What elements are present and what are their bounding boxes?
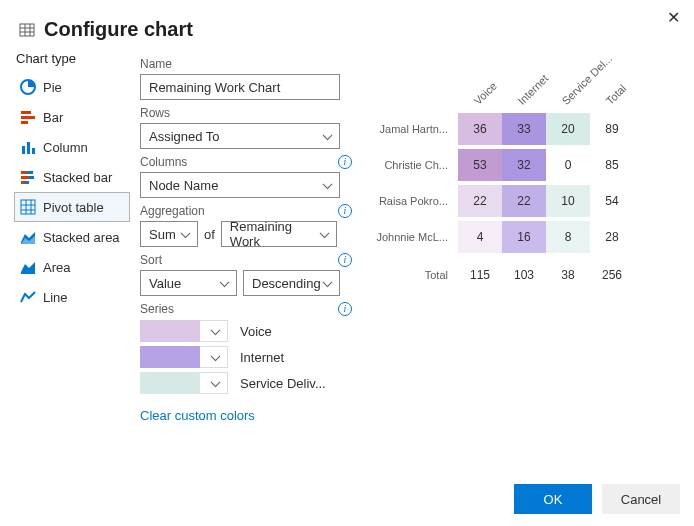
series-color-select[interactable] xyxy=(200,320,228,342)
pivot-column-header: Voice xyxy=(458,61,502,111)
pivot-total-row: Total11510338256 xyxy=(372,255,680,295)
sort-by-select[interactable]: Value xyxy=(140,270,237,296)
area-icon xyxy=(19,258,37,276)
sort-info-icon[interactable]: i xyxy=(338,253,352,267)
pivot-column-header: Internet xyxy=(502,61,546,111)
aggregation-function-select[interactable]: Sum xyxy=(140,221,198,247)
series-color-swatch[interactable] xyxy=(140,346,200,368)
svg-rect-12 xyxy=(21,171,27,174)
clear-custom-colors-link[interactable]: Clear custom colors xyxy=(140,408,255,423)
chart-type-column[interactable]: Column xyxy=(14,132,130,162)
pivot-column-header: Total xyxy=(590,61,634,111)
series-name: Internet xyxy=(240,350,284,365)
svg-rect-7 xyxy=(21,116,35,119)
pivot-cell: 22 xyxy=(502,185,546,217)
series-name: Voice xyxy=(240,324,272,339)
chart-type-label: Chart type xyxy=(16,51,130,66)
aggregation-info-icon[interactable]: i xyxy=(338,204,352,218)
cancel-button[interactable]: Cancel xyxy=(602,484,680,514)
series-color-select[interactable] xyxy=(200,372,228,394)
pivot-cell: 32 xyxy=(502,149,546,181)
series-color-swatch[interactable] xyxy=(140,320,200,342)
rows-label: Rows xyxy=(140,106,170,120)
svg-rect-9 xyxy=(22,146,25,154)
chart-type-pivot-table[interactable]: Pivot table xyxy=(14,192,130,222)
pivot-row: Jamal Hartn...36332089 xyxy=(372,111,680,147)
name-input[interactable]: Remaining Work Chart xyxy=(140,74,340,100)
pivot-cell: 33 xyxy=(502,113,546,145)
svg-rect-14 xyxy=(21,176,29,179)
name-label: Name xyxy=(140,57,172,71)
series-label: Series xyxy=(140,302,174,316)
svg-rect-16 xyxy=(21,181,25,184)
chart-type-label-text: Line xyxy=(43,290,68,305)
svg-rect-8 xyxy=(21,121,28,124)
sort-direction-select[interactable]: Descending xyxy=(243,270,340,296)
pivot-row-label: Raisa Pokro... xyxy=(372,195,458,207)
chart-type-line[interactable]: Line xyxy=(14,282,130,312)
chart-type-pie[interactable]: Pie xyxy=(14,72,130,102)
svg-rect-18 xyxy=(21,200,35,214)
pivot-cell: 0 xyxy=(546,149,590,181)
pivot-row-label: Johnnie McL... xyxy=(372,231,458,243)
chart-type-label-text: Area xyxy=(43,260,70,275)
pivot-total-cell: 38 xyxy=(546,259,590,291)
config-panel: Name Remaining Work Chart Rows Assigned … xyxy=(130,51,352,423)
pie-icon xyxy=(19,78,37,96)
pivot-cell: 85 xyxy=(590,149,634,181)
pivot-cell: 54 xyxy=(590,185,634,217)
chart-type-panel: Chart type Pie Bar Column Stacked bar Pi… xyxy=(14,51,130,423)
chart-type-stacked-bar[interactable]: Stacked bar xyxy=(14,162,130,192)
pivot-total-cell: 115 xyxy=(458,259,502,291)
ok-button[interactable]: OK xyxy=(514,484,592,514)
chart-table-icon xyxy=(18,21,36,39)
series-name: Service Deliv... xyxy=(240,376,326,391)
pivot-cell: 53 xyxy=(458,149,502,181)
chart-type-label-text: Column xyxy=(43,140,88,155)
svg-rect-13 xyxy=(27,171,33,174)
pivot-row: Johnnie McL...416828 xyxy=(372,219,680,255)
columns-info-icon[interactable]: i xyxy=(338,155,352,169)
line-icon xyxy=(19,288,37,306)
column-icon xyxy=(19,138,37,156)
chart-type-label-text: Stacked area xyxy=(43,230,120,245)
pivot-cell: 22 xyxy=(458,185,502,217)
series-color-swatch[interactable] xyxy=(140,372,200,394)
series-row: Voice xyxy=(140,320,352,342)
svg-rect-6 xyxy=(21,111,31,114)
stacked-area-icon xyxy=(19,228,37,246)
chart-type-bar[interactable]: Bar xyxy=(14,102,130,132)
svg-rect-17 xyxy=(25,181,29,184)
pivot-cell: 28 xyxy=(590,221,634,253)
pivot-cell: 8 xyxy=(546,221,590,253)
chart-type-label-text: Pivot table xyxy=(43,200,104,215)
pivot-cell: 36 xyxy=(458,113,502,145)
series-row: Service Deliv... xyxy=(140,372,352,394)
columns-select[interactable]: Node Name xyxy=(140,172,340,198)
rows-select[interactable]: Assigned To xyxy=(140,123,340,149)
svg-rect-0 xyxy=(20,24,34,36)
dialog-title: Configure chart xyxy=(44,18,193,41)
chart-type-label-text: Stacked bar xyxy=(43,170,112,185)
series-color-select[interactable] xyxy=(200,346,228,368)
pivot-cell: 16 xyxy=(502,221,546,253)
pivot-total-cell: 103 xyxy=(502,259,546,291)
svg-rect-11 xyxy=(32,148,35,154)
pivot-row-label: Christie Ch... xyxy=(372,159,458,171)
chart-type-area[interactable]: Area xyxy=(14,252,130,282)
sort-label: Sort xyxy=(140,253,162,267)
chart-type-label-text: Bar xyxy=(43,110,63,125)
chart-type-stacked-area[interactable]: Stacked area xyxy=(14,222,130,252)
close-button[interactable]: ✕ xyxy=(663,6,684,29)
pivot-cell: 10 xyxy=(546,185,590,217)
series-info-icon[interactable]: i xyxy=(338,302,352,316)
columns-label: Columns xyxy=(140,155,187,169)
pivot-total-cell: 256 xyxy=(590,259,634,291)
pivot-row: Christie Ch...5332085 xyxy=(372,147,680,183)
pivot-row: Raisa Pokro...22221054 xyxy=(372,183,680,219)
pivot-cell: 20 xyxy=(546,113,590,145)
aggregation-field-select[interactable]: Remaining Work xyxy=(221,221,337,247)
aggregation-of-text: of xyxy=(204,227,215,242)
pivot-cell: 4 xyxy=(458,221,502,253)
svg-rect-15 xyxy=(29,176,34,179)
